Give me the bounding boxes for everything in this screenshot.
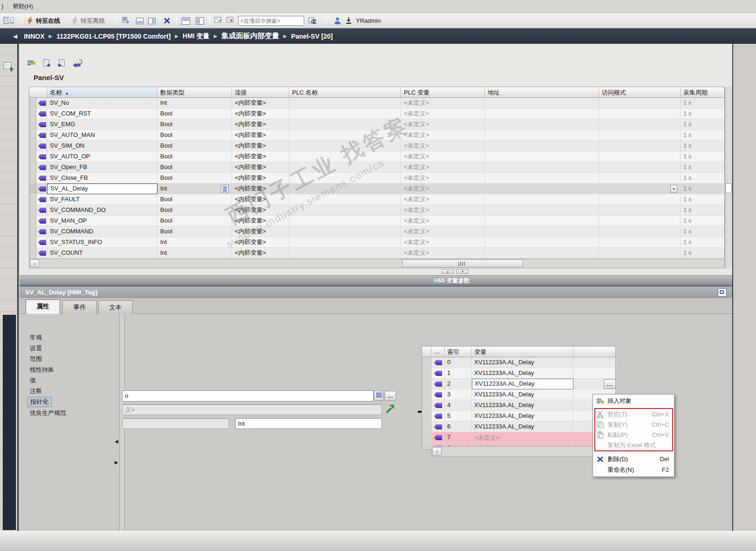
tab-properties[interactable]: 属性 — [26, 299, 60, 314]
table-row[interactable]: SV_AUTO_MANBool<内部变量><未定义>1 s — [29, 130, 724, 141]
window-split-right-icon[interactable] — [148, 15, 156, 27]
start-runtime-icon[interactable]: RT — [7, 15, 15, 27]
data-type-field[interactable]: Int — [235, 418, 382, 429]
table-row[interactable]: SV_SIM_ONBool<内部变量><未定义>1 s — [29, 141, 724, 151]
menu-help[interactable]: 帮助(H) — [13, 0, 33, 13]
collapsed-inspector-strip[interactable] — [3, 315, 16, 530]
nav-item-general[interactable]: 常规 — [27, 333, 45, 343]
table-row[interactable]: SV_EMGBool<内部变量><未定义>1 s — [29, 119, 724, 130]
restore-window-settings-icon[interactable] — [226, 15, 234, 27]
table-row[interactable]: SV_MAN_OPBool<内部变量><未定义>1 s — [29, 216, 724, 226]
context-menu-insert-object[interactable]: 插入对象 — [594, 396, 673, 406]
context-menu-rename[interactable]: 重命名(N)F2 — [594, 465, 673, 475]
go-online-button[interactable]: 转至在线 — [26, 15, 60, 27]
tag-browse-ellipsis-button[interactable]: ... — [604, 379, 616, 389]
close-x-icon[interactable] — [163, 15, 171, 27]
detail-view-icon[interactable] — [3, 61, 15, 72]
header-plc-tag[interactable]: PLC 变量 — [401, 87, 485, 97]
nav-item-range[interactable]: 范围 — [27, 354, 45, 364]
scrollbar-thumb[interactable] — [402, 259, 523, 267]
index-row[interactable]: 1XV112233A.AL_Delay — [422, 368, 615, 379]
header-index[interactable]: 索引 — [445, 347, 472, 357]
nav-item-comment[interactable]: 注释 — [27, 386, 45, 396]
table-row[interactable]: SV_COM_RSTBool<内部变量><未定义>1 s — [29, 109, 724, 119]
table-row[interactable]: SV_AUTO_OPBool<内部变量><未定义>1 s — [29, 151, 724, 162]
breadcrumb-item-tag-table[interactable]: Panel-SV [20] — [291, 33, 333, 40]
context-menu-copy-as-excel[interactable]: 复制为 Excel 格式 — [594, 440, 673, 450]
access-dropdown-icon[interactable]: ▼ — [670, 185, 677, 193]
nav-item-value[interactable]: 值 — [27, 375, 39, 386]
split-vertical-icon[interactable] — [196, 15, 204, 27]
table-row-side-button[interactable] — [725, 184, 732, 193]
access-mode-cell[interactable]: ▼ — [599, 184, 681, 194]
index-row[interactable]: 5XV112233A.AL_Delay — [422, 411, 615, 422]
table-row-selected[interactable]: SV_AL_Delay Int <内部变量> <未定义> ▼ 1 s — [29, 184, 724, 194]
index-row[interactable]: 4XV112233A.AL_Delay — [422, 400, 615, 411]
go-offline-button[interactable]: 转至离线 — [71, 15, 105, 27]
hmi-tag-toolbar-icon[interactable] — [72, 57, 84, 69]
header-dots[interactable]: … — [432, 347, 445, 357]
header-access-mode[interactable]: 访问模式 — [599, 87, 681, 97]
project-search-input[interactable] — [238, 16, 304, 26]
table-row[interactable]: SV_COMMANDBool<内部变量><未定义>1 s — [29, 226, 724, 237]
scroll-left-icon[interactable]: ‹ — [432, 447, 442, 456]
context-menu-copy[interactable]: 复制(Y)Ctrl+C — [594, 420, 673, 430]
table-row[interactable]: SV_COUNTInt<内部变量><未定义>1 s — [29, 248, 724, 258]
logout-icon[interactable] — [345, 15, 353, 27]
index-table-scrollbar[interactable]: ‹ — [431, 446, 616, 456]
multiplex-tag-field[interactable]: o — [122, 390, 374, 401]
header-datatype[interactable]: 数据类型 — [157, 87, 232, 97]
breadcrumb-item-device[interactable]: 1122PKG01-LCP05 [TP1500 Comfort] — [56, 33, 170, 40]
breadcrumb-item-hmi-tags[interactable]: HMI 变量 — [183, 32, 210, 41]
datatype-combo-icon[interactable] — [221, 185, 229, 193]
index-tag-field[interactable]: 义> — [122, 404, 382, 415]
pane-collapse-left-icon[interactable]: ◀ — [115, 439, 118, 444]
header-corner[interactable] — [29, 87, 47, 97]
breadcrumb-item-project[interactable]: INNOX — [24, 33, 44, 40]
context-menu-paste[interactable]: 粘贴(P)Ctrl+V — [594, 430, 673, 440]
pane-collapse-right-icon[interactable]: ▶ — [115, 460, 118, 465]
tab-events[interactable]: 事件 — [62, 300, 97, 314]
export-icon[interactable] — [41, 57, 53, 69]
context-menu-cut[interactable]: 剪切(T)Ctrl+X — [594, 409, 673, 420]
window-split-bottom-icon[interactable] — [136, 15, 143, 27]
browse-ellipsis-button[interactable]: ... — [385, 391, 396, 401]
index-row[interactable]: 0XV112233A.AL_Delay — [422, 357, 615, 368]
scroll-left-icon[interactable]: ‹ — [30, 259, 39, 267]
nav-item-settings[interactable]: 设置 — [27, 343, 45, 354]
nav-item-gmp[interactable]: 优良生产规范 — [27, 408, 69, 418]
table-row[interactable]: SV_FAULTBool<内部变量><未定义>1 s — [29, 194, 724, 205]
table-row[interactable]: SV_COMMAND_DOBool<内部变量><未定义>1 s — [29, 205, 724, 216]
table-vertical-scrollbar[interactable] — [725, 87, 732, 268]
header-tag[interactable]: 变量 — [472, 347, 573, 357]
collapsed-left-pane[interactable] — [0, 44, 19, 551]
tag-list-button[interactable] — [374, 391, 383, 401]
header-connection[interactable]: 连接 — [232, 87, 289, 97]
index-row[interactable]: 6XV112233A.AL_Delay — [422, 422, 615, 432]
table-row[interactable]: SV_Open_FBBool<内部变量><未定义>1 s — [29, 162, 724, 173]
table-row[interactable]: SV_STATUS_INFOInt<内部变量><未定义>1 s — [29, 237, 724, 248]
split-horizontal-icon[interactable] — [182, 15, 190, 27]
search-project-icon[interactable] — [308, 15, 316, 27]
datatype-cell[interactable]: Int — [157, 184, 232, 194]
index-row-undefined[interactable]: 7<未定义> — [422, 432, 615, 443]
splitter-collapse-up-icon[interactable]: ▲ — [442, 269, 454, 274]
goto-tag-arrow-icon[interactable] — [384, 403, 395, 415]
header-address[interactable]: 地址 — [485, 87, 599, 97]
save-window-settings-icon[interactable] — [214, 15, 222, 27]
index-row-editing[interactable]: 2XV112233A.AL_Delay — [422, 379, 615, 389]
header-cycle[interactable]: 采集周期 — [681, 87, 725, 97]
index-row[interactable]: 3XV112233A.AL_Delay — [422, 389, 615, 400]
nav-item-linear-scaling[interactable]: 线性转换 — [27, 365, 57, 375]
import-icon[interactable] — [55, 57, 67, 69]
hmi-tag-parameters-splitter[interactable]: HMI 变量参数 — [20, 275, 732, 285]
table-horizontal-scrollbar[interactable]: ‹ — [29, 258, 725, 268]
context-menu-delete[interactable]: 删除(D)Del — [594, 454, 673, 464]
collapsed-right-pane[interactable] — [732, 44, 756, 551]
empty-field[interactable] — [122, 418, 229, 429]
user-icon[interactable] — [334, 15, 341, 27]
table-row[interactable]: SV_Close_FBBool<内部变量><未定义>1 s — [29, 173, 724, 184]
header-plc-name[interactable]: PLC 名称 — [289, 87, 401, 97]
tag-edit-cell[interactable]: XV112233A.AL_Delay — [472, 379, 573, 389]
name-edit-cell[interactable]: SV_AL_Delay — [47, 184, 157, 194]
